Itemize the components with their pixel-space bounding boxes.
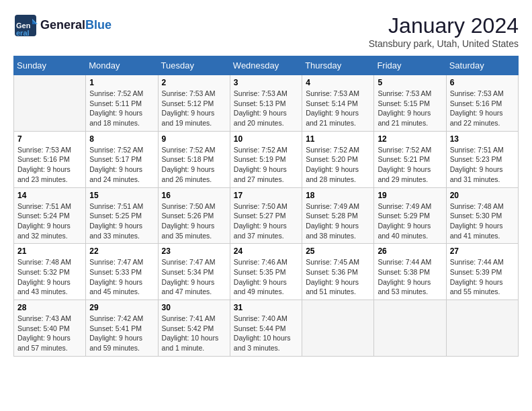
calendar-cell: 28Sunrise: 7:43 AM Sunset: 5:40 PM Dayli… (14, 300, 86, 357)
day-number: 2 (162, 78, 226, 87)
day-number: 18 (306, 191, 370, 200)
page-title: January 2024 (369, 13, 519, 38)
day-info: Sunrise: 7:50 AM Sunset: 5:27 PM Dayligh… (234, 201, 298, 241)
calendar-cell (374, 300, 446, 357)
calendar-body: 1Sunrise: 7:52 AM Sunset: 5:11 PM Daylig… (14, 75, 519, 357)
day-info: Sunrise: 7:49 AM Sunset: 5:29 PM Dayligh… (378, 201, 442, 241)
calendar-cell (302, 300, 374, 357)
calendar-cell: 5Sunrise: 7:53 AM Sunset: 5:15 PM Daylig… (374, 75, 446, 132)
day-number: 15 (89, 191, 154, 200)
calendar-cell: 29Sunrise: 7:42 AM Sunset: 5:41 PM Dayli… (86, 300, 158, 357)
logo-icon: Gen eral (13, 13, 38, 38)
day-number: 28 (17, 303, 82, 312)
calendar-cell: 2Sunrise: 7:53 AM Sunset: 5:12 PM Daylig… (158, 75, 230, 132)
day-info: Sunrise: 7:53 AM Sunset: 5:13 PM Dayligh… (234, 89, 298, 128)
day-number: 12 (378, 134, 442, 144)
page-header: Gen eral GeneralBlue January 2024 Stansb… (13, 13, 519, 49)
day-number: 1 (89, 78, 154, 87)
calendar-cell: 17Sunrise: 7:50 AM Sunset: 5:27 PM Dayli… (230, 187, 302, 244)
calendar-cell (14, 75, 86, 132)
day-info: Sunrise: 7:44 AM Sunset: 5:39 PM Dayligh… (450, 257, 515, 297)
weekday-header: Sunday (14, 56, 86, 75)
day-info: Sunrise: 7:40 AM Sunset: 5:44 PM Dayligh… (234, 314, 298, 353)
calendar-week-row: 21Sunrise: 7:48 AM Sunset: 5:32 PM Dayli… (14, 244, 519, 300)
calendar-header: SundayMondayTuesdayWednesdayThursdayFrid… (14, 56, 519, 75)
day-info: Sunrise: 7:51 AM Sunset: 5:23 PM Dayligh… (450, 145, 515, 185)
day-number: 17 (234, 191, 298, 200)
day-number: 19 (378, 191, 442, 200)
day-number: 27 (450, 246, 515, 256)
day-info: Sunrise: 7:52 AM Sunset: 5:17 PM Dayligh… (89, 145, 154, 185)
day-number: 23 (162, 246, 226, 256)
calendar-cell: 18Sunrise: 7:49 AM Sunset: 5:28 PM Dayli… (302, 187, 374, 244)
day-number: 16 (162, 191, 226, 200)
calendar-cell: 8Sunrise: 7:52 AM Sunset: 5:17 PM Daylig… (86, 131, 158, 187)
day-info: Sunrise: 7:47 AM Sunset: 5:33 PM Dayligh… (89, 257, 154, 297)
day-info: Sunrise: 7:53 AM Sunset: 5:14 PM Dayligh… (306, 89, 370, 128)
day-number: 30 (162, 303, 226, 312)
day-number: 6 (450, 78, 515, 87)
day-number: 3 (234, 78, 298, 87)
calendar-week-row: 14Sunrise: 7:51 AM Sunset: 5:24 PM Dayli… (14, 187, 519, 244)
day-number: 31 (234, 303, 298, 312)
calendar-cell: 25Sunrise: 7:45 AM Sunset: 5:36 PM Dayli… (302, 244, 374, 300)
weekday-row: SundayMondayTuesdayWednesdayThursdayFrid… (14, 56, 519, 75)
day-info: Sunrise: 7:44 AM Sunset: 5:38 PM Dayligh… (378, 257, 442, 297)
day-info: Sunrise: 7:47 AM Sunset: 5:34 PM Dayligh… (162, 257, 226, 297)
page-subtitle: Stansbury park, Utah, United States (369, 38, 519, 49)
day-number: 9 (162, 134, 226, 144)
calendar-cell: 21Sunrise: 7:48 AM Sunset: 5:32 PM Dayli… (14, 244, 86, 300)
day-number: 24 (234, 246, 298, 256)
day-number: 21 (17, 246, 82, 256)
day-number: 13 (450, 134, 515, 144)
calendar-cell: 24Sunrise: 7:46 AM Sunset: 5:35 PM Dayli… (230, 244, 302, 300)
day-number: 20 (450, 191, 515, 200)
day-info: Sunrise: 7:50 AM Sunset: 5:26 PM Dayligh… (162, 201, 226, 241)
weekday-header: Monday (86, 56, 158, 75)
day-info: Sunrise: 7:46 AM Sunset: 5:35 PM Dayligh… (234, 257, 298, 297)
day-info: Sunrise: 7:53 AM Sunset: 5:16 PM Dayligh… (17, 145, 82, 185)
day-info: Sunrise: 7:52 AM Sunset: 5:19 PM Dayligh… (234, 145, 298, 185)
calendar-cell: 16Sunrise: 7:50 AM Sunset: 5:26 PM Dayli… (158, 187, 230, 244)
calendar-week-row: 28Sunrise: 7:43 AM Sunset: 5:40 PM Dayli… (14, 300, 519, 357)
day-number: 14 (17, 191, 82, 200)
day-number: 8 (89, 134, 154, 144)
calendar-cell: 6Sunrise: 7:53 AM Sunset: 5:16 PM Daylig… (446, 75, 518, 132)
day-info: Sunrise: 7:52 AM Sunset: 5:11 PM Dayligh… (89, 89, 154, 128)
calendar-week-row: 7Sunrise: 7:53 AM Sunset: 5:16 PM Daylig… (14, 131, 519, 187)
calendar-cell: 26Sunrise: 7:44 AM Sunset: 5:38 PM Dayli… (374, 244, 446, 300)
weekday-header: Thursday (302, 56, 374, 75)
logo-general: General (40, 18, 85, 32)
day-info: Sunrise: 7:53 AM Sunset: 5:12 PM Dayligh… (162, 89, 226, 128)
day-number: 5 (378, 78, 442, 87)
day-number: 22 (89, 246, 154, 256)
day-info: Sunrise: 7:48 AM Sunset: 5:30 PM Dayligh… (450, 201, 515, 241)
day-info: Sunrise: 7:52 AM Sunset: 5:18 PM Dayligh… (162, 145, 226, 185)
calendar-week-row: 1Sunrise: 7:52 AM Sunset: 5:11 PM Daylig… (14, 75, 519, 132)
weekday-header: Tuesday (158, 56, 230, 75)
calendar-cell: 9Sunrise: 7:52 AM Sunset: 5:18 PM Daylig… (158, 131, 230, 187)
calendar-cell: 14Sunrise: 7:51 AM Sunset: 5:24 PM Dayli… (14, 187, 86, 244)
calendar-cell: 15Sunrise: 7:51 AM Sunset: 5:25 PM Dayli… (86, 187, 158, 244)
calendar-cell: 31Sunrise: 7:40 AM Sunset: 5:44 PM Dayli… (230, 300, 302, 357)
weekday-header: Saturday (446, 56, 518, 75)
calendar-cell: 10Sunrise: 7:52 AM Sunset: 5:19 PM Dayli… (230, 131, 302, 187)
calendar-cell: 7Sunrise: 7:53 AM Sunset: 5:16 PM Daylig… (14, 131, 86, 187)
day-number: 4 (306, 78, 370, 87)
day-number: 7 (17, 134, 82, 144)
svg-text:eral: eral (16, 29, 30, 37)
calendar-cell: 13Sunrise: 7:51 AM Sunset: 5:23 PM Dayli… (446, 131, 518, 187)
calendar-cell: 1Sunrise: 7:52 AM Sunset: 5:11 PM Daylig… (86, 75, 158, 132)
day-number: 10 (234, 134, 298, 144)
day-number: 11 (306, 134, 370, 144)
day-number: 26 (378, 246, 442, 256)
day-info: Sunrise: 7:51 AM Sunset: 5:24 PM Dayligh… (17, 201, 82, 241)
day-info: Sunrise: 7:43 AM Sunset: 5:40 PM Dayligh… (17, 314, 82, 353)
day-info: Sunrise: 7:49 AM Sunset: 5:28 PM Dayligh… (306, 201, 370, 241)
calendar-cell (446, 300, 518, 357)
day-info: Sunrise: 7:53 AM Sunset: 5:15 PM Dayligh… (378, 89, 442, 128)
day-number: 29 (89, 303, 154, 312)
calendar-cell: 22Sunrise: 7:47 AM Sunset: 5:33 PM Dayli… (86, 244, 158, 300)
calendar-cell: 3Sunrise: 7:53 AM Sunset: 5:13 PM Daylig… (230, 75, 302, 132)
logo: Gen eral GeneralBlue (13, 13, 112, 38)
